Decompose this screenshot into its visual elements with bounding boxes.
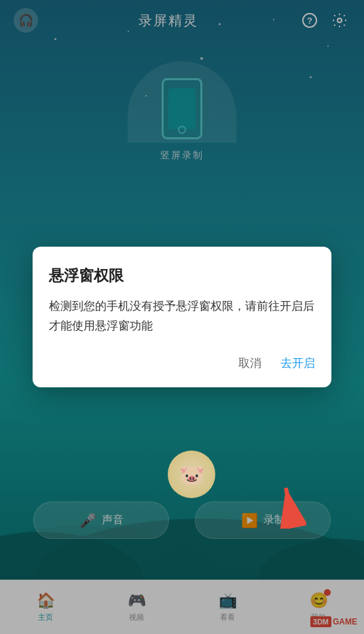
dialog-actions: 取消 去开启 [49, 355, 315, 371]
dialog-body: 检测到您的手机没有授予悬浮窗权限，请前往开启后才能使用悬浮窗功能 [49, 297, 315, 336]
svg-line-9 [286, 488, 293, 522]
red-arrow [252, 474, 306, 529]
dialog-title: 悬浮窗权限 [49, 266, 315, 286]
confirm-button[interactable]: 去开启 [280, 355, 315, 371]
mascot: 🐷 [168, 451, 215, 498]
permission-dialog: 悬浮窗权限 检测到您的手机没有授予悬浮窗权限，请前往开启后才能使用悬浮窗功能 取… [33, 247, 331, 387]
cancel-button[interactable]: 取消 [238, 355, 261, 371]
dialog-overlay: 悬浮窗权限 检测到您的手机没有授予悬浮窗权限，请前往开启后才能使用悬浮窗功能 取… [0, 0, 364, 634]
